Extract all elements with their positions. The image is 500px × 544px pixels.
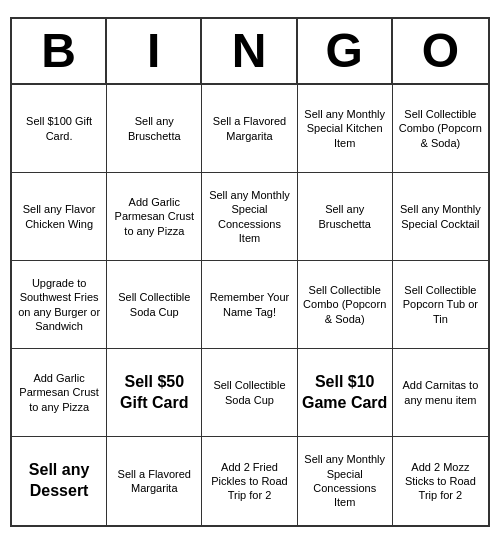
bingo-grid: Sell $100 Gift Card.Sell any BruschettaS… <box>12 85 488 525</box>
bingo-cell: Sell any Monthly Special Concessions Ite… <box>298 437 393 525</box>
bingo-cell: Sell any Monthly Special Concessions Ite… <box>202 173 297 261</box>
bingo-cell: Sell Collectible Soda Cup <box>202 349 297 437</box>
bingo-cell: Add Garlic Parmesan Crust to any Pizza <box>12 349 107 437</box>
bingo-card: BINGO Sell $100 Gift Card.Sell any Brusc… <box>10 17 490 527</box>
header-letter: B <box>12 19 107 83</box>
bingo-cell: Add 2 Fried Pickles to Road Trip for 2 <box>202 437 297 525</box>
header-letter: G <box>298 19 393 83</box>
header-letter: I <box>107 19 202 83</box>
bingo-cell: Sell a Flavored Margarita <box>202 85 297 173</box>
header-letter: O <box>393 19 488 83</box>
bingo-cell: Sell a Flavored Margarita <box>107 437 202 525</box>
bingo-cell: Add Garlic Parmesan Crust to any Pizza <box>107 173 202 261</box>
bingo-cell: Sell any Dessert <box>12 437 107 525</box>
bingo-cell: Sell any Flavor Chicken Wing <box>12 173 107 261</box>
bingo-cell: Sell $10 Game Card <box>298 349 393 437</box>
bingo-cell: Sell $100 Gift Card. <box>12 85 107 173</box>
bingo-cell: Remember Your Name Tag! <box>202 261 297 349</box>
bingo-cell: Sell any Bruschetta <box>298 173 393 261</box>
bingo-cell: Sell Collectible Combo (Popcorn & Soda) <box>393 85 488 173</box>
bingo-cell: Sell any Monthly Special Cocktail <box>393 173 488 261</box>
bingo-cell: Sell Collectible Combo (Popcorn & Soda) <box>298 261 393 349</box>
bingo-cell: Add Carnitas to any menu item <box>393 349 488 437</box>
bingo-header: BINGO <box>12 19 488 85</box>
bingo-cell: Sell Collectible Soda Cup <box>107 261 202 349</box>
header-letter: N <box>202 19 297 83</box>
bingo-cell: Upgrade to Southwest Fries on any Burger… <box>12 261 107 349</box>
bingo-cell: Sell any Monthly Special Kitchen Item <box>298 85 393 173</box>
bingo-cell: Sell Collectible Popcorn Tub or Tin <box>393 261 488 349</box>
bingo-cell: Sell $50 Gift Card <box>107 349 202 437</box>
bingo-cell: Add 2 Mozz Sticks to Road Trip for 2 <box>393 437 488 525</box>
bingo-cell: Sell any Bruschetta <box>107 85 202 173</box>
